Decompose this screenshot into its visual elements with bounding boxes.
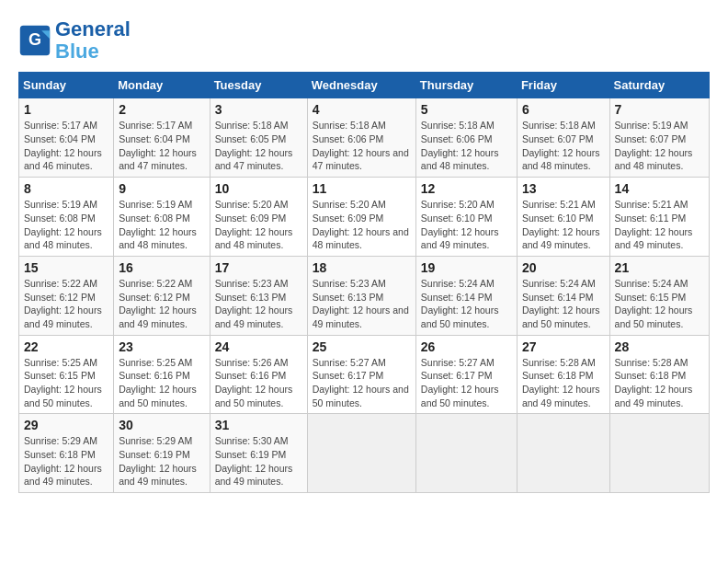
calendar-cell: 24 Sunrise: 5:26 AM Sunset: 6:16 PM Dayl… [210, 335, 307, 414]
day-info: Sunrise: 5:30 AM Sunset: 6:19 PM Dayligh… [215, 434, 302, 488]
day-number: 8 [24, 181, 108, 196]
day-number: 5 [421, 102, 512, 117]
day-number: 3 [215, 102, 302, 117]
calendar-cell: 8 Sunrise: 5:19 AM Sunset: 6:08 PM Dayli… [19, 178, 114, 257]
calendar-cell [415, 414, 517, 493]
calendar-cell: 26 Sunrise: 5:27 AM Sunset: 6:17 PM Dayl… [415, 335, 517, 414]
day-info: Sunrise: 5:19 AM Sunset: 6:08 PM Dayligh… [24, 198, 108, 252]
day-info: Sunrise: 5:29 AM Sunset: 6:18 PM Dayligh… [24, 434, 108, 488]
day-info: Sunrise: 5:18 AM Sunset: 6:05 PM Dayligh… [215, 119, 302, 173]
day-info: Sunrise: 5:24 AM Sunset: 6:14 PM Dayligh… [522, 277, 605, 331]
day-number: 19 [421, 260, 512, 275]
day-number: 20 [522, 260, 605, 275]
calendar-cell: 3 Sunrise: 5:18 AM Sunset: 6:05 PM Dayli… [210, 98, 307, 178]
calendar-cell: 5 Sunrise: 5:18 AM Sunset: 6:06 PM Dayli… [415, 98, 517, 178]
day-number: 7 [615, 102, 704, 117]
day-info: Sunrise: 5:23 AM Sunset: 6:13 PM Dayligh… [313, 277, 411, 331]
day-info: Sunrise: 5:26 AM Sunset: 6:16 PM Dayligh… [215, 356, 302, 410]
calendar-cell: 10 Sunrise: 5:20 AM Sunset: 6:09 PM Dayl… [210, 178, 307, 257]
day-number: 15 [24, 260, 108, 275]
day-info: Sunrise: 5:24 AM Sunset: 6:14 PM Dayligh… [421, 277, 512, 331]
weekday-header: Wednesday [307, 73, 415, 98]
day-number: 16 [119, 260, 204, 275]
day-info: Sunrise: 5:22 AM Sunset: 6:12 PM Dayligh… [24, 277, 108, 331]
calendar-cell [307, 414, 415, 493]
day-number: 10 [215, 181, 302, 196]
calendar-cell: 30 Sunrise: 5:29 AM Sunset: 6:19 PM Dayl… [114, 414, 210, 493]
day-number: 11 [313, 181, 411, 196]
day-number: 31 [215, 418, 302, 432]
day-number: 17 [215, 260, 302, 275]
day-info: Sunrise: 5:27 AM Sunset: 6:17 PM Dayligh… [421, 356, 512, 410]
day-info: Sunrise: 5:17 AM Sunset: 6:04 PM Dayligh… [119, 119, 204, 173]
day-number: 27 [522, 339, 605, 354]
day-number: 30 [119, 418, 204, 432]
calendar-cell: 29 Sunrise: 5:29 AM Sunset: 6:18 PM Dayl… [19, 414, 114, 493]
calendar-week-row: 1 Sunrise: 5:17 AM Sunset: 6:04 PM Dayli… [19, 98, 710, 178]
day-info: Sunrise: 5:20 AM Sunset: 6:09 PM Dayligh… [313, 198, 411, 252]
weekday-header: Monday [114, 73, 210, 98]
calendar-cell: 27 Sunrise: 5:28 AM Sunset: 6:18 PM Dayl… [517, 335, 609, 414]
calendar-cell [609, 414, 709, 493]
svg-text:G: G [28, 31, 41, 50]
weekday-header: Friday [517, 73, 609, 98]
calendar-cell: 4 Sunrise: 5:18 AM Sunset: 6:06 PM Dayli… [307, 98, 415, 178]
logo-icon: G [18, 24, 51, 57]
calendar-week-row: 22 Sunrise: 5:25 AM Sunset: 6:15 PM Dayl… [19, 335, 710, 414]
calendar-cell: 9 Sunrise: 5:19 AM Sunset: 6:08 PM Dayli… [114, 178, 210, 257]
calendar-cell: 2 Sunrise: 5:17 AM Sunset: 6:04 PM Dayli… [114, 98, 210, 178]
day-info: Sunrise: 5:22 AM Sunset: 6:12 PM Dayligh… [119, 277, 204, 331]
day-info: Sunrise: 5:21 AM Sunset: 6:10 PM Dayligh… [522, 198, 605, 252]
day-number: 23 [119, 339, 204, 354]
day-number: 2 [119, 102, 204, 117]
day-info: Sunrise: 5:20 AM Sunset: 6:10 PM Dayligh… [421, 198, 512, 252]
calendar-week-row: 29 Sunrise: 5:29 AM Sunset: 6:18 PM Dayl… [19, 414, 710, 493]
day-number: 18 [313, 260, 411, 275]
day-number: 12 [421, 181, 512, 196]
day-number: 28 [615, 339, 704, 354]
calendar-cell: 20 Sunrise: 5:24 AM Sunset: 6:14 PM Dayl… [517, 256, 609, 335]
calendar-cell: 14 Sunrise: 5:21 AM Sunset: 6:11 PM Dayl… [609, 178, 709, 257]
weekday-header: Saturday [609, 73, 709, 98]
day-info: Sunrise: 5:25 AM Sunset: 6:16 PM Dayligh… [119, 356, 204, 410]
day-number: 26 [421, 339, 512, 354]
calendar-cell: 7 Sunrise: 5:19 AM Sunset: 6:07 PM Dayli… [609, 98, 709, 178]
weekday-header: Thursday [415, 73, 517, 98]
day-number: 1 [24, 102, 108, 117]
calendar-cell [517, 414, 609, 493]
day-number: 22 [24, 339, 108, 354]
day-info: Sunrise: 5:21 AM Sunset: 6:11 PM Dayligh… [615, 198, 704, 252]
day-info: Sunrise: 5:25 AM Sunset: 6:15 PM Dayligh… [24, 356, 108, 410]
day-number: 9 [119, 181, 204, 196]
day-info: Sunrise: 5:24 AM Sunset: 6:15 PM Dayligh… [615, 277, 704, 331]
weekday-header: Sunday [19, 73, 114, 98]
day-info: Sunrise: 5:27 AM Sunset: 6:17 PM Dayligh… [313, 356, 411, 410]
day-info: Sunrise: 5:20 AM Sunset: 6:09 PM Dayligh… [215, 198, 302, 252]
day-number: 6 [522, 102, 605, 117]
calendar-cell: 23 Sunrise: 5:25 AM Sunset: 6:16 PM Dayl… [114, 335, 210, 414]
day-info: Sunrise: 5:18 AM Sunset: 6:07 PM Dayligh… [522, 119, 605, 173]
day-info: Sunrise: 5:19 AM Sunset: 6:07 PM Dayligh… [615, 119, 704, 173]
day-info: Sunrise: 5:28 AM Sunset: 6:18 PM Dayligh… [522, 356, 605, 410]
day-info: Sunrise: 5:29 AM Sunset: 6:19 PM Dayligh… [119, 434, 204, 488]
day-number: 4 [313, 102, 411, 117]
calendar-cell: 28 Sunrise: 5:28 AM Sunset: 6:18 PM Dayl… [609, 335, 709, 414]
calendar-header: SundayMondayTuesdayWednesdayThursdayFrid… [19, 73, 710, 98]
calendar-cell: 18 Sunrise: 5:23 AM Sunset: 6:13 PM Dayl… [307, 256, 415, 335]
day-number: 14 [615, 181, 704, 196]
logo: G General Blue [18, 18, 131, 63]
day-number: 13 [522, 181, 605, 196]
calendar-cell: 31 Sunrise: 5:30 AM Sunset: 6:19 PM Dayl… [210, 414, 307, 493]
calendar-cell: 15 Sunrise: 5:22 AM Sunset: 6:12 PM Dayl… [19, 256, 114, 335]
calendar-week-row: 8 Sunrise: 5:19 AM Sunset: 6:08 PM Dayli… [19, 178, 710, 257]
day-info: Sunrise: 5:23 AM Sunset: 6:13 PM Dayligh… [215, 277, 302, 331]
calendar-cell: 17 Sunrise: 5:23 AM Sunset: 6:13 PM Dayl… [210, 256, 307, 335]
day-number: 21 [615, 260, 704, 275]
calendar-cell: 1 Sunrise: 5:17 AM Sunset: 6:04 PM Dayli… [19, 98, 114, 178]
page-header: G General Blue [18, 18, 710, 63]
calendar-cell: 25 Sunrise: 5:27 AM Sunset: 6:17 PM Dayl… [307, 335, 415, 414]
calendar-week-row: 15 Sunrise: 5:22 AM Sunset: 6:12 PM Dayl… [19, 256, 710, 335]
day-info: Sunrise: 5:19 AM Sunset: 6:08 PM Dayligh… [119, 198, 204, 252]
calendar-cell: 6 Sunrise: 5:18 AM Sunset: 6:07 PM Dayli… [517, 98, 609, 178]
day-info: Sunrise: 5:28 AM Sunset: 6:18 PM Dayligh… [615, 356, 704, 410]
